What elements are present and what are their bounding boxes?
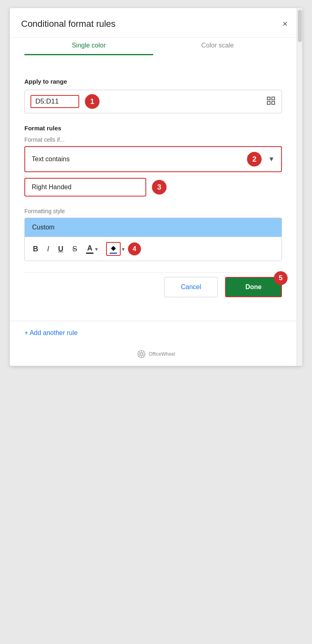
branding: OfficeWheel [10,345,302,366]
range-input[interactable]: D5:D11 [30,95,79,108]
svg-point-5 [140,353,143,355]
branding-name: OfficeWheel [149,351,175,357]
formatting-style-label: Formatting style [24,208,282,214]
svg-line-11 [142,355,144,357]
done-button-wrapper: Done 5 [225,277,282,297]
close-button[interactable]: × [279,18,291,30]
svg-rect-2 [267,102,270,104]
fill-color-badge: 4 [128,242,141,255]
add-rule-footer: + Add another rule [10,321,302,345]
font-color-underline [86,253,93,254]
underline-button[interactable]: U [56,244,65,253]
cancel-button[interactable]: Cancel [164,277,218,297]
panel-content: Apply to range D5:D11 1 Format rules For… [10,67,302,321]
tab-color-scale[interactable]: Color scale [153,38,282,55]
scrollbar-thumb[interactable] [298,10,302,42]
panel-title: Conditional format rules [21,19,115,29]
italic-button[interactable]: I [46,244,51,253]
fill-color-arrow-icon[interactable]: ▾ [122,246,125,252]
svg-rect-3 [272,102,275,104]
condition-dropdown[interactable]: Text contains 2 ▼ [24,146,282,172]
font-color-arrow-icon[interactable]: ▾ [95,246,98,252]
apply-to-range-label: Apply to range [24,78,282,85]
format-rules-label: Format rules [24,125,282,132]
text-value-input[interactable] [24,178,146,197]
condition-value: Text contains [32,156,243,163]
tab-single-color[interactable]: Single color [24,38,153,55]
conditional-format-panel: Conditional format rules × Single color … [10,8,302,366]
strikethrough-button[interactable]: S [71,244,79,253]
svg-line-13 [139,355,140,357]
style-preset-label[interactable]: Custom [25,218,282,237]
svg-line-12 [142,351,144,353]
format-rules-section: Format rules Format cells if... Text con… [24,125,282,197]
tabs: Single color Color scale [24,38,282,55]
font-color-letter: A [87,244,93,252]
style-box: Custom B I U S A ▾ [24,218,282,261]
formatting-style-section: Formatting style Custom B I U S A [24,208,282,261]
page-background: Conditional format rules × Single color … [0,0,312,644]
format-cells-if-label: Format cells if... [24,136,282,143]
tabs-container: Single color Color scale [10,38,302,55]
add-rule-link[interactable]: + Add another rule [24,329,288,337]
svg-rect-0 [267,97,270,100]
svg-rect-1 [272,97,275,100]
scrollbar[interactable] [297,8,302,366]
bold-button[interactable]: B [31,244,40,253]
dropdown-arrow-icon: ▼ [268,156,275,163]
panel-header: Conditional format rules × [10,8,302,38]
range-row: D5:D11 1 [24,90,282,113]
grid-select-icon[interactable] [266,96,276,108]
font-color-button[interactable]: A [84,244,95,255]
condition-badge: 2 [247,152,262,166]
done-button[interactable]: Done [225,277,282,297]
text-value-badge: 3 [152,180,167,194]
font-color-group: A ▾ [84,244,98,255]
officewheel-logo-icon [137,350,146,359]
svg-line-10 [139,351,140,353]
fill-color-underline [110,253,117,254]
fill-color-icon: ◆ [111,244,116,252]
done-badge: 5 [274,271,288,285]
text-input-row: 3 [24,178,282,197]
fill-color-button[interactable]: ◆ [106,242,121,256]
style-toolbar: B I U S A ▾ ◆ [25,237,282,261]
range-badge: 1 [85,94,100,109]
action-row: Cancel Done 5 [24,272,282,301]
fill-color-group: ◆ ▾ 4 [106,242,141,256]
